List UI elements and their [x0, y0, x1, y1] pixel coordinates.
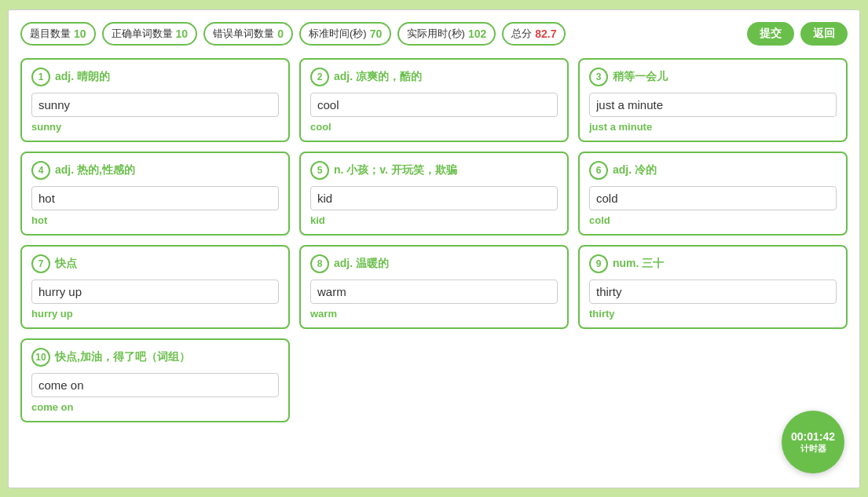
question-card-4: 4 adj. 热的,性感的 hot [20, 152, 290, 236]
question-number-1: 1 [31, 68, 50, 86]
question-card-8: 8 adj. 温暖的 warm [299, 245, 569, 329]
question-card-7: 7 快点 hurry up [20, 245, 290, 329]
return-button[interactable]: 返回 [800, 22, 848, 46]
question-desc-7: 快点 [55, 257, 77, 271]
answer-correct-5: kid [310, 214, 558, 226]
standard-time-badge: 标准时间(秒) 70 [299, 22, 391, 46]
answer-input-3[interactable] [589, 93, 837, 117]
question-header-5: 5 n. 小孩；v. 开玩笑，欺骗 [310, 161, 558, 180]
answer-correct-9: thirty [589, 308, 837, 320]
total-score-badge: 总分 82.7 [502, 22, 566, 46]
answer-input-1[interactable] [31, 93, 279, 117]
answer-input-6[interactable] [589, 186, 837, 210]
question-desc-2: adj. 凉爽的，酷的 [334, 70, 422, 84]
submit-button[interactable]: 提交 [747, 22, 794, 46]
question-count-label: 题目数量 [30, 27, 71, 41]
actual-time-badge: 实际用时(秒) 102 [397, 22, 496, 46]
questions-grid: 1 adj. 晴朗的 sunny 2 adj. 凉爽的，酷的 cool 3 [20, 58, 848, 422]
question-card-2: 2 adj. 凉爽的，酷的 cool [299, 58, 569, 142]
question-card-3: 3 稍等一会儿 just a minute [578, 58, 848, 142]
timer-widget[interactable]: 00:01:42 计时器 [782, 411, 844, 473]
question-desc-1: adj. 晴朗的 [55, 70, 110, 84]
question-number-7: 7 [31, 254, 50, 273]
correct-count-badge: 正确单词数量 10 [102, 22, 198, 46]
question-count-value: 10 [74, 27, 86, 40]
error-count-value: 0 [277, 27, 284, 40]
actual-time-value: 102 [468, 27, 486, 40]
action-buttons: 提交 返回 [747, 22, 848, 46]
question-desc-5: n. 小孩；v. 开玩笑，欺骗 [334, 163, 457, 177]
question-card-5: 5 n. 小孩；v. 开玩笑，欺骗 kid [299, 152, 569, 236]
question-desc-4: adj. 热的,性感的 [55, 163, 135, 177]
answer-correct-4: hot [31, 214, 279, 226]
question-number-5: 5 [310, 161, 329, 180]
question-count-badge: 题目数量 10 [20, 22, 96, 46]
answer-correct-8: warm [310, 308, 558, 320]
answer-correct-1: sunny [31, 121, 279, 133]
question-header-7: 7 快点 [31, 254, 279, 273]
question-number-6: 6 [589, 161, 608, 180]
question-number-8: 8 [310, 254, 329, 273]
total-score-value: 82.7 [535, 27, 556, 40]
correct-count-label: 正确单词数量 [112, 27, 173, 41]
scroll-container[interactable]: 题目数量 10 正确单词数量 10 错误单词数量 0 标准时间(秒) 70 实际… [9, 10, 859, 488]
answer-correct-2: cool [310, 121, 558, 133]
total-score-label: 总分 [511, 27, 532, 41]
error-count-label: 错误单词数量 [213, 27, 274, 41]
stats-bar: 题目数量 10 正确单词数量 10 错误单词数量 0 标准时间(秒) 70 实际… [20, 22, 848, 46]
answer-input-4[interactable] [31, 186, 279, 210]
question-header-8: 8 adj. 温暖的 [310, 254, 558, 273]
question-number-9: 9 [589, 254, 608, 273]
question-header-1: 1 adj. 晴朗的 [31, 68, 279, 86]
question-number-2: 2 [310, 68, 329, 86]
question-header-3: 3 稍等一会儿 [589, 68, 837, 86]
timer-time: 00:01:42 [791, 430, 835, 443]
error-count-badge: 错误单词数量 0 [203, 22, 293, 46]
question-desc-8: adj. 温暖的 [334, 257, 389, 271]
answer-correct-3: just a minute [589, 121, 837, 133]
question-desc-9: num. 三十 [613, 257, 664, 271]
answer-input-10[interactable] [31, 373, 279, 397]
question-card-9: 9 num. 三十 thirty [578, 245, 848, 329]
question-header-10: 10 快点,加油，得了吧（词组） [31, 348, 279, 367]
question-header-9: 9 num. 三十 [589, 254, 837, 273]
answer-correct-6: cold [589, 214, 837, 226]
standard-time-value: 70 [370, 27, 383, 40]
correct-count-value: 10 [176, 27, 189, 40]
answer-input-2[interactable] [310, 93, 558, 117]
question-header-2: 2 adj. 凉爽的，酷的 [310, 68, 558, 86]
question-number-3: 3 [589, 68, 608, 86]
timer-label: 计时器 [800, 443, 826, 455]
question-card-6: 6 adj. 冷的 cold [578, 152, 848, 236]
answer-input-9[interactable] [589, 280, 837, 304]
question-number-10: 10 [31, 348, 50, 367]
question-number-4: 4 [31, 161, 50, 180]
standard-time-label: 标准时间(秒) [309, 27, 367, 41]
question-desc-3: 稍等一会儿 [613, 70, 668, 84]
actual-time-label: 实际用时(秒) [407, 27, 465, 41]
question-desc-10: 快点,加油，得了吧（词组） [55, 350, 190, 364]
answer-input-5[interactable] [310, 186, 558, 210]
question-card-1: 1 adj. 晴朗的 sunny [20, 58, 290, 142]
answer-correct-7: hurry up [31, 308, 279, 320]
answer-correct-10: come on [31, 401, 279, 413]
answer-input-7[interactable] [31, 280, 279, 304]
question-header-4: 4 adj. 热的,性感的 [31, 161, 279, 180]
question-card-10: 10 快点,加油，得了吧（词组） come on [20, 338, 290, 422]
question-header-6: 6 adj. 冷的 [589, 161, 837, 180]
question-desc-6: adj. 冷的 [613, 163, 657, 177]
answer-input-8[interactable] [310, 280, 558, 304]
